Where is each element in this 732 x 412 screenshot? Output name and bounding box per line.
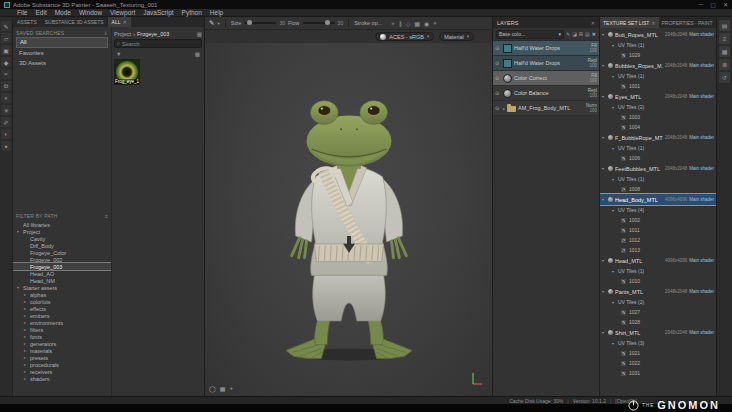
tree-item-diff-body[interactable]: Diff_Body [13,242,111,249]
tree-item-emitters[interactable]: ▸emitters [13,312,111,319]
saved-search-3d-assets[interactable]: 3D Assets [16,59,108,68]
paint-tool[interactable]: ✎ [1,21,11,31]
uv-tiles-row[interactable]: ▾UV Tiles (4) [600,205,716,215]
tree-item-project[interactable]: ▾Project [13,228,111,235]
texture-set-pants-mtl[interactable]: ▾Pants_MTL2048x2048Main shader [600,286,716,297]
uv-tile-1003[interactable]: 1003 [600,112,716,122]
size-slider-knob[interactable] [247,20,252,25]
current-tool-icon[interactable]: ✎ [209,19,214,27]
texture-set-bubbles-ropes-m[interactable]: ▾Bubbles_Ropes_M...2048x2048Main shader [600,60,716,71]
layer-row-5[interactable]: ⊙▸AM_Frog_Body_MTLNorm100 [493,101,599,116]
projection-tool[interactable]: ▣ [1,45,11,55]
texture-set-eyes-mtl[interactable]: ▾Eyes_MTL2048x2048Main shader [600,91,716,102]
chevron-down-icon[interactable]: ▾ [602,135,606,140]
layer-blend-opacity[interactable]: Repl100 [588,88,597,99]
tree-item-environments[interactable]: ▸environments [13,319,111,326]
uv-tile-1012[interactable]: 1012 [600,235,716,245]
delete-layer-icon[interactable]: ✖ [592,31,596,37]
texture-set-shader[interactable]: Main shader [689,197,714,202]
chevron-down-icon[interactable]: ▾ [612,43,616,48]
uv-tile-1028[interactable]: 1028 [600,317,716,327]
close-button[interactable]: ✕ [723,1,728,8]
history-panel-icon[interactable]: ↺ [719,72,730,83]
texture-set-shader[interactable]: Main shader [689,94,714,99]
uv-tile-1010[interactable]: 1010 [600,276,716,286]
add-mask-icon[interactable]: ◪ [572,31,577,37]
thumbnail-size-icon[interactable]: ▦ [195,51,200,57]
uv-tiles-row[interactable]: ▾UV Tiles (1) [600,266,716,276]
minimize-button[interactable]: ─ [699,1,703,8]
layers-panel-icon[interactable]: ≡ [719,33,730,44]
add-layer-icon[interactable]: ▤ [585,31,590,37]
close-icon[interactable]: ✕ [651,20,655,26]
close-icon[interactable]: ✕ [591,20,595,26]
saved-search-favorites[interactable]: Favorites [16,49,108,58]
menu-viewport[interactable]: Viewport [106,9,139,17]
chevron-down-icon[interactable]: ▾ [602,32,606,37]
texture-set-shader[interactable]: Main shader [689,135,714,140]
uv-tile-1002[interactable]: 1002 [600,215,716,225]
material-picker-tool[interactable]: ⌖ [1,93,11,103]
symmetry-icon[interactable]: ◇ [406,20,411,27]
chevron-down-icon[interactable]: ▾ [612,341,616,346]
chevron-down-icon[interactable]: ▾ [602,166,606,171]
saved-search-all[interactable]: All [16,37,108,48]
tree-item-frogeye-002[interactable]: Frogeye_002 [13,256,111,263]
chevron-down-icon[interactable]: ▾ [612,74,616,79]
flow-slider[interactable] [303,22,335,24]
uv-tile-1022[interactable]: 1022 [600,358,716,368]
uv-tiles-row[interactable]: ▾UV Tiles (1) [600,143,716,153]
layer-blend-opacity[interactable]: Fill100 [589,43,597,54]
menu-javascript[interactable]: JavaScript [139,9,177,17]
filter-funnel-icon[interactable]: ▼ [116,51,121,57]
chevron-down-icon[interactable]: ▾ [612,300,616,305]
layer-blend-opacity[interactable]: Fill100 [589,73,597,84]
shading-mode-dropdown[interactable]: Material ▾ [439,32,474,41]
tree-item-fonts[interactable]: ▸fonts [13,333,111,340]
menu-python[interactable]: Python [178,9,206,17]
tree-item-receivers[interactable]: ▸receivers [13,368,111,375]
channel-dropdown[interactable]: Base colo... ▾ [496,30,564,39]
chevron-down-icon[interactable]: ▾ [602,94,606,99]
texture-set-shirt-mtl[interactable]: ▾Shirt_MTL2048x2048Main shader [600,327,716,338]
visibility-eye-icon[interactable]: ⊙ [495,75,501,81]
menu-mode[interactable]: Mode [51,9,75,17]
chevron-right-icon[interactable]: ▸ [503,106,505,111]
chevron-down-icon[interactable]: ▾ [602,63,606,68]
polygon-fill-tool[interactable]: ◆ [1,57,11,67]
menu-edit[interactable]: Edit [31,9,50,17]
filter-options-icon[interactable]: ≡ [105,213,108,219]
path-tool[interactable]: ✐ [1,117,11,127]
layer-row-3[interactable]: ⊙Color CorrectFill100 [493,71,599,86]
texture-set-panel-icon[interactable]: ▦ [719,46,730,57]
visibility-eye-icon[interactable]: ⊙ [495,60,501,66]
smudge-tool[interactable]: ≈ [1,69,11,79]
color-profile-dropdown[interactable]: ACES - sRGB ▾ [375,32,434,41]
uv-tiles-row[interactable]: ▾UV Tiles (1) [600,71,716,81]
tree-item-head-ao[interactable]: Head_AO [13,270,111,277]
texture-set-shader[interactable]: Main shader [689,289,714,294]
add-effect-icon[interactable]: ✎ [566,31,570,37]
uv-tile-1031[interactable]: 1031 [600,368,716,378]
display-settings-tool[interactable]: ✦ [1,141,11,151]
tree-item-starter-assets[interactable]: ▾Starter assets [13,284,111,291]
camera-icon[interactable]: ◉ [424,20,429,27]
menu-window[interactable]: Window [75,9,106,17]
uv-tiles-row[interactable]: ▾UV Tiles (2) [600,297,716,307]
menu-help[interactable]: Help [206,9,227,17]
tree-item-filters[interactable]: ▸filters [13,326,111,333]
uv-tile-1011[interactable]: 1011 [600,225,716,235]
size-slider[interactable] [244,22,276,24]
lazy-mouse-icon[interactable]: » [391,20,394,27]
maximize-button[interactable]: ▢ [710,1,716,8]
uv-tile-1006[interactable]: 1006 [600,153,716,163]
chevron-down-icon[interactable]: ▾ [602,258,606,263]
chevron-down-icon[interactable]: ▾ [602,330,606,335]
tab-texture-set-list[interactable]: TEXTURE SET LIST ✕ [600,17,659,28]
visibility-eye-icon[interactable]: ⊙ [495,90,501,96]
chevron-down-icon[interactable]: ▾ [602,197,606,202]
tree-item-frogeye-color[interactable]: Frogeye_Color [13,249,111,256]
texture-set-f-bubblerope-mtl[interactable]: ▾F_BubbleRope_MTL2048x2048Main shader [600,132,716,143]
texture-set-feetbubbles-mtl[interactable]: ▾FeetBubbles_MTL2048x2048Main shader [600,163,716,174]
tree-item-all-libraries[interactable]: All libraries [13,221,111,228]
